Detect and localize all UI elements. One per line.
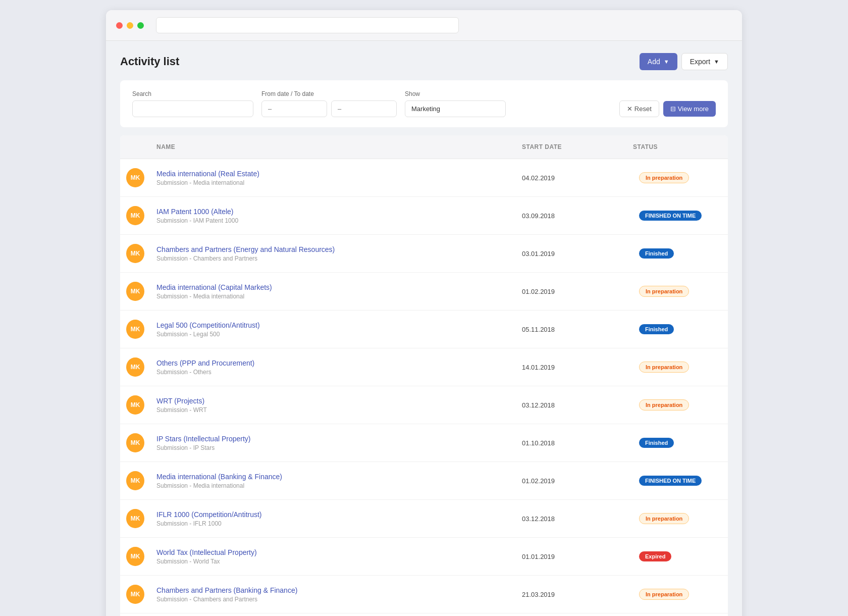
search-label: Search (132, 90, 253, 97)
name-cell: Legal 500 (Competition/Antitrust) Submis… (150, 318, 516, 341)
dot-yellow[interactable] (127, 22, 133, 29)
date-cell: 05.11.2018 (516, 323, 627, 336)
item-name-link[interactable]: Legal 500 (Competition/Antitrust) (156, 321, 260, 329)
export-button[interactable]: Export ▼ (681, 53, 728, 70)
name-cell: World Tax (Intellectual Property) Submis… (150, 545, 516, 568)
titlebar-search-input[interactable] (156, 17, 459, 33)
avatar-cell: MK (120, 467, 150, 494)
date-from-input[interactable] (261, 100, 327, 117)
date-cell: 01.10.2018 (516, 436, 627, 450)
table-header: Name Start date Status (120, 135, 728, 159)
item-name-link[interactable]: Chambers and Partners (Energy and Natura… (156, 245, 335, 253)
view-more-button[interactable]: ⊟ View more (663, 101, 716, 117)
status-cell: In preparation (627, 510, 728, 527)
date-cell: 01.02.2019 (516, 474, 627, 488)
status-cell: In preparation (627, 283, 728, 300)
col-status: Status (627, 140, 728, 153)
name-cell: Chambers and Partners (Energy and Natura… (150, 242, 516, 265)
status-badge: FINISHED ON TIME (639, 211, 702, 221)
status-badge: In preparation (639, 362, 689, 373)
table-row: MK World Tax (Intellectual Property) Sub… (120, 538, 728, 576)
avatar: MK (126, 244, 144, 263)
status-cell: In preparation (627, 358, 728, 376)
avatar-cell: MK (120, 581, 150, 608)
status-badge: In preparation (639, 589, 689, 600)
main-card: Activity list Add ▼ Export ▼ Search From… (106, 10, 742, 616)
table-row: MK IP Stars (Intellectual Property) Subm… (120, 424, 728, 462)
chevron-down-icon: ▼ (664, 59, 669, 65)
avatar-cell: MK (120, 391, 150, 419)
dot-green[interactable] (137, 22, 144, 29)
item-sub: Submission - Media international (156, 482, 510, 489)
avatar: MK (126, 206, 144, 225)
table-row: MK IFLR 1000 (Competition/Antitrust) Sub… (120, 500, 728, 538)
table-row: MK Legal Breakfast Events - Business bre… (120, 613, 728, 616)
item-sub: Submission - Chambers and Partners (156, 255, 510, 262)
status-badge: In preparation (639, 286, 689, 297)
date-cell: 04.02.2019 (516, 171, 627, 185)
item-name-link[interactable]: Media international (Banking & Finance) (156, 473, 282, 481)
item-name-link[interactable]: WRT (Projects) (156, 397, 204, 405)
item-name-link[interactable]: IAM Patent 1000 (Altele) (156, 208, 234, 216)
item-name-link[interactable]: Media international (Capital Markets) (156, 283, 272, 291)
item-sub: Submission - IAM Patent 1000 (156, 217, 510, 224)
dot-red[interactable] (116, 22, 123, 29)
search-input[interactable] (132, 100, 253, 117)
table-body: MK Media international (Real Estate) Sub… (120, 159, 728, 616)
date-filter-group: From date / To date (261, 90, 397, 117)
show-label: Show (405, 90, 506, 97)
date-cell: 21.03.2019 (516, 588, 627, 601)
filter-icon: ⊟ (670, 105, 676, 113)
add-button[interactable]: Add ▼ (640, 53, 677, 70)
item-sub: Submission - World Tax (156, 558, 510, 565)
avatar: MK (126, 509, 144, 528)
status-badge: In preparation (639, 513, 689, 524)
date-cell: 03.12.2018 (516, 512, 627, 526)
date-cell: 14.01.2019 (516, 361, 627, 374)
main-content: Activity list Add ▼ Export ▼ Search From… (106, 41, 742, 616)
item-name-link[interactable]: Media international (Real Estate) (156, 170, 259, 178)
table-row: MK Media international (Capital Markets)… (120, 273, 728, 311)
item-name-link[interactable]: World Tax (Intellectual Property) (156, 548, 257, 556)
status-badge: In preparation (639, 172, 689, 183)
table-row: MK Media international (Real Estate) Sub… (120, 159, 728, 197)
item-name-link[interactable]: IP Stars (Intellectual Property) (156, 435, 250, 443)
avatar: MK (126, 320, 144, 339)
avatar-cell: MK (120, 202, 150, 229)
filter-actions: ✕ Reset ⊟ View more (619, 100, 716, 117)
show-filter-group: Show (405, 90, 506, 117)
status-cell: Finished (627, 245, 728, 262)
show-input[interactable] (405, 100, 506, 117)
item-sub: Submission - Chambers and Partners (156, 596, 510, 603)
status-cell: Expired (627, 548, 728, 564)
close-icon: ✕ (627, 105, 632, 113)
avatar-cell: MK (120, 543, 150, 570)
status-cell: FINISHED ON TIME (627, 208, 728, 224)
name-cell: Media international (Banking & Finance) … (150, 469, 516, 492)
item-sub: Submission - Media international (156, 293, 510, 300)
table-row: MK Chambers and Partners (Banking & Fina… (120, 576, 728, 613)
titlebar (106, 10, 742, 41)
item-name-link[interactable]: Chambers and Partners (Banking & Finance… (156, 586, 297, 594)
name-cell: WRT (Projects) Submission - WRT (150, 393, 516, 417)
name-cell: Others (PPP and Procurement) Submission … (150, 355, 516, 379)
table-row: MK Media international (Banking & Financ… (120, 462, 728, 500)
item-name-link[interactable]: Others (PPP and Procurement) (156, 359, 254, 367)
table-row: MK IAM Patent 1000 (Altele) Submission -… (120, 197, 728, 235)
table-row: MK WRT (Projects) Submission - WRT 03.12… (120, 386, 728, 424)
item-name-link[interactable]: IFLR 1000 (Competition/Antitrust) (156, 510, 262, 519)
date-cell: 03.09.2018 (516, 209, 627, 223)
date-cell: 03.12.2018 (516, 398, 627, 412)
col-date: Start date (516, 140, 627, 153)
item-sub: Submission - Others (156, 369, 510, 376)
status-cell: Finished (627, 435, 728, 451)
avatar: MK (126, 471, 144, 490)
date-cell: 03.01.2019 (516, 247, 627, 261)
date-cell: 01.02.2019 (516, 285, 627, 298)
reset-button[interactable]: ✕ Reset (619, 100, 659, 117)
status-badge: In preparation (639, 399, 689, 410)
status-cell: FINISHED ON TIME (627, 473, 728, 489)
date-to-input[interactable] (331, 100, 397, 117)
status-badge: Finished (639, 438, 674, 448)
table-row: MK Others (PPP and Procurement) Submissi… (120, 348, 728, 386)
